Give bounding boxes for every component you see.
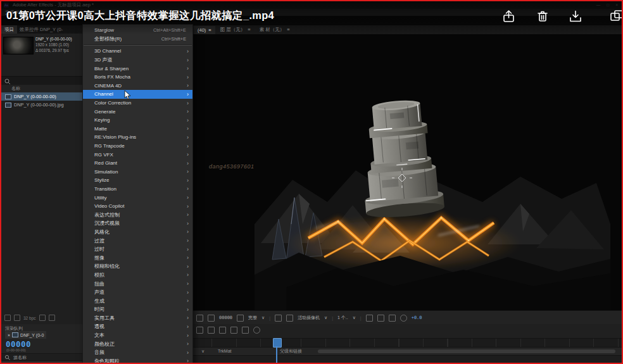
effects-menu-category[interactable]: 实用工具 › bbox=[83, 314, 192, 323]
fast-previews-icon[interactable] bbox=[377, 315, 384, 322]
viewer-frame-field[interactable]: 00000 bbox=[219, 315, 232, 320]
trash-icon[interactable] bbox=[535, 9, 550, 24]
close-tab-icon[interactable]: × bbox=[8, 333, 10, 337]
chevron-right-icon: › bbox=[187, 237, 192, 244]
effects-menu-category[interactable]: Simulation › bbox=[83, 168, 192, 177]
motion-blur-icon[interactable] bbox=[242, 327, 249, 334]
dropdown-icon[interactable]: ∨ bbox=[201, 348, 205, 355]
tab-composition[interactable]: (40) ≡ bbox=[194, 26, 215, 34]
tab-effect-controls[interactable]: 效果控件 DNP_Y (0- bbox=[17, 25, 65, 34]
effects-menu-recent-item[interactable]: 全部移除(R) Ctrl+Shift+E bbox=[83, 35, 192, 44]
time-navigator-bar[interactable] bbox=[318, 349, 615, 353]
new-folder-icon[interactable] bbox=[14, 315, 20, 321]
panel-menu-icon[interactable]: ≡ bbox=[287, 27, 289, 33]
effects-menu-category[interactable]: Video Copilot › bbox=[83, 202, 192, 211]
resolution-select[interactable]: 完整 bbox=[248, 315, 257, 321]
dropdown-icon[interactable]: ∨ bbox=[261, 315, 265, 320]
effects-menu-category[interactable]: RE:Vision Plug-ins › bbox=[83, 133, 192, 142]
effects-menu-category[interactable]: 颜色校正 › bbox=[83, 339, 192, 348]
effects-menu-category[interactable]: 3D 声道 › bbox=[83, 56, 192, 65]
effects-menu-category[interactable]: CINEMA 4D › bbox=[83, 82, 192, 91]
camera-select[interactable]: 活动摄像机 bbox=[298, 315, 320, 321]
always-preview-icon[interactable] bbox=[196, 315, 203, 322]
region-of-interest-icon[interactable] bbox=[275, 315, 282, 322]
trash-icon[interactable] bbox=[49, 315, 55, 321]
playhead-handle[interactable] bbox=[273, 338, 282, 348]
composition-mini-icon[interactable] bbox=[196, 327, 203, 334]
effects-menu-category[interactable]: RG Trapcode › bbox=[83, 142, 192, 151]
effects-menu-category[interactable]: 过时 › bbox=[83, 245, 192, 254]
exposure-value[interactable]: +0.0 bbox=[412, 315, 422, 320]
new-composition-icon[interactable] bbox=[39, 315, 46, 321]
effects-menu-category[interactable]: 过渡 › bbox=[83, 236, 192, 245]
tab-footage[interactable]: 素 材（无） ≡ bbox=[256, 25, 294, 34]
composition-viewport[interactable]: dang453697601 bbox=[191, 34, 622, 310]
magnification-icon[interactable] bbox=[208, 315, 215, 322]
timeline-track-area[interactable] bbox=[191, 355, 622, 363]
minimize-icon[interactable]: — bbox=[596, 1, 601, 9]
graph-editor-icon[interactable] bbox=[253, 327, 260, 334]
effects-menu-category[interactable]: Matte › bbox=[83, 125, 192, 134]
effects-menu-category[interactable]: Boris FX Mocha › bbox=[83, 73, 192, 82]
hide-shy-icon[interactable] bbox=[219, 327, 226, 334]
panel-menu-icon[interactable]: ≡ bbox=[248, 27, 250, 33]
effects-menu-category[interactable]: 风格化 › bbox=[83, 228, 192, 237]
effects-menu-category[interactable]: RG VFX › bbox=[83, 150, 192, 159]
transparency-grid-icon[interactable] bbox=[286, 315, 293, 322]
view-layout-select[interactable]: 1 个.. bbox=[337, 315, 348, 321]
tab-project[interactable]: 项目 bbox=[1, 25, 17, 34]
timeline-jump-icon[interactable] bbox=[389, 315, 396, 322]
effects-menu-category[interactable]: 沉浸式视频 › bbox=[83, 219, 192, 228]
current-frame-counter[interactable]: 00000 bbox=[6, 339, 31, 349]
footage-interpret-icon[interactable] bbox=[4, 315, 11, 321]
effects-menu-recent-item[interactable]: Starglow Ctrl+Alt+Shift+E bbox=[83, 26, 192, 35]
project-item-row[interactable]: DNP_Y (0-00-00-00).jpg bbox=[1, 101, 82, 109]
gear-icon[interactable] bbox=[400, 315, 407, 322]
effects-menu-category[interactable]: Transition › bbox=[83, 185, 192, 194]
effects-menu-category[interactable]: 表达式控制 › bbox=[83, 210, 192, 219]
pixel-aspect-icon[interactable] bbox=[366, 315, 373, 322]
pip-icon[interactable] bbox=[609, 9, 623, 24]
safe-margins-icon[interactable] bbox=[237, 315, 244, 322]
layer-row[interactable]: ▶ DNF_Y (0-0 bbox=[1, 360, 82, 364]
close-icon[interactable]: × bbox=[615, 1, 618, 9]
effects-menu-category[interactable]: 杂色和颗粒 › bbox=[83, 357, 192, 364]
effects-menu-category[interactable]: Generate › bbox=[83, 107, 192, 116]
tab-layer[interactable]: 图 层（无） ≡ bbox=[217, 25, 255, 34]
effects-menu-category[interactable]: 模糊和锐化 › bbox=[83, 262, 192, 271]
effects-menu-category[interactable]: 抠像 › bbox=[83, 253, 192, 262]
column-parent-link[interactable]: 父级和链接 bbox=[280, 348, 302, 355]
effects-menu-category[interactable]: 扭曲 › bbox=[83, 279, 192, 288]
effects-menu-category[interactable]: 透视 › bbox=[83, 322, 192, 331]
effects-menu-category[interactable]: 时间 › bbox=[83, 305, 192, 314]
effects-menu-category[interactable]: 生成 › bbox=[83, 296, 192, 305]
maximize-icon[interactable]: □ bbox=[607, 1, 609, 9]
effects-menu-category[interactable]: Stylize › bbox=[83, 176, 192, 185]
app-window: Adobe After Effects - 无标题项目.aep * Ae — □… bbox=[0, 0, 623, 364]
share-icon[interactable] bbox=[501, 9, 517, 24]
effects-menu-category[interactable]: 文本 › bbox=[83, 331, 192, 340]
effects-menu-category[interactable]: 音频 › bbox=[83, 348, 192, 357]
effects-menu-category[interactable]: 3D Channel › bbox=[83, 47, 192, 56]
dropdown-icon[interactable]: ∨ bbox=[324, 315, 327, 320]
frame-blend-icon[interactable] bbox=[230, 327, 237, 334]
effects-menu-category[interactable]: Utility › bbox=[83, 193, 192, 202]
effects-menu-category[interactable]: Color Correction › bbox=[83, 99, 192, 108]
effects-menu-category[interactable]: Blur & Sharpen › bbox=[83, 64, 192, 73]
time-ruler[interactable] bbox=[191, 338, 622, 348]
column-trkmat[interactable]: TrkMat bbox=[218, 348, 232, 355]
effects-menu-category[interactable]: Channel › bbox=[83, 90, 192, 99]
download-icon[interactable] bbox=[568, 9, 583, 24]
project-search-field[interactable] bbox=[1, 76, 82, 85]
draft-3d-icon[interactable] bbox=[208, 327, 215, 334]
project-item-row[interactable]: DNP_Y (0-00-00-00) bbox=[1, 92, 82, 101]
effects-menu-category[interactable]: Red Giant › bbox=[83, 159, 192, 168]
column-source-name[interactable]: 源名称 bbox=[13, 355, 27, 361]
tab-timeline-comp[interactable]: × DNF_Y (0-0 bbox=[5, 331, 46, 339]
panel-menu-icon[interactable]: ≡ bbox=[208, 27, 211, 33]
project-bit-depth[interactable]: 32 bpc bbox=[23, 316, 36, 320]
effects-menu-category[interactable]: Keying › bbox=[83, 116, 192, 125]
effects-menu-category[interactable]: 声道 › bbox=[83, 288, 192, 297]
dropdown-icon[interactable]: ∨ bbox=[353, 315, 356, 320]
effects-menu-category[interactable]: 模拟 › bbox=[83, 271, 192, 280]
